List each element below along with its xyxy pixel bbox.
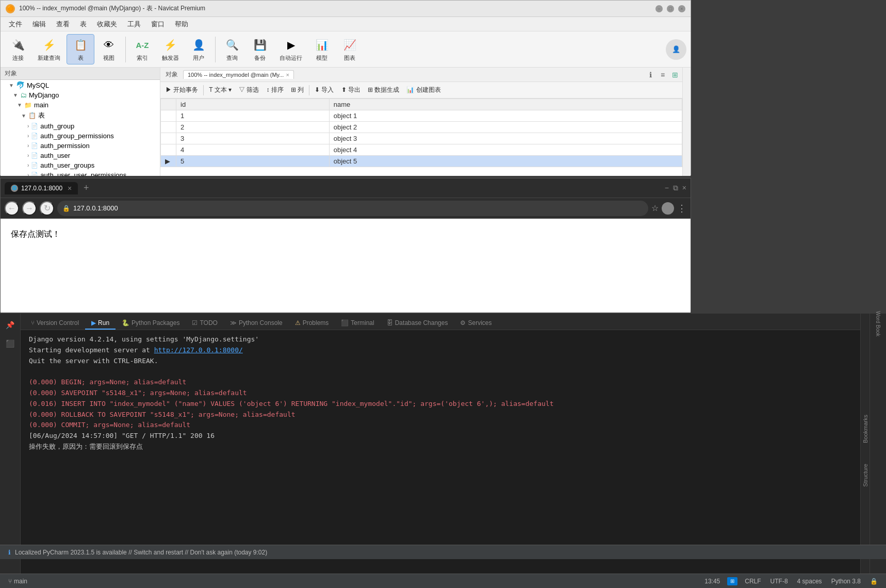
menu-favorites[interactable]: 收藏夹 <box>93 19 121 30</box>
pycharm-tab-python-packages[interactable]: 🐍 Python Packages <box>116 317 186 330</box>
notification-text: Localized PyCharm 2023.1.5 is available … <box>15 549 267 556</box>
sidebar-item-auth-user[interactable]: › 📄 auth_user <box>1 151 160 160</box>
browser-tab-close-btn[interactable]: × <box>68 184 72 192</box>
pycharm-tab-problems[interactable]: ⚠ Problems <box>289 317 335 330</box>
new-query-label: 新建查询 <box>38 54 60 62</box>
browser-back-btn[interactable]: ← <box>5 201 19 216</box>
pycharm-tab-bar: ⑂ Version Control ▶ Run 🐍 Python Package… <box>21 314 860 330</box>
menu-tools[interactable]: 工具 <box>123 19 145 30</box>
browser-menu-icon[interactable]: ⋮ <box>677 203 686 214</box>
pycharm-tab-services[interactable]: ⚙ Services <box>454 317 498 330</box>
toolbar-table[interactable]: 📋 表 <box>67 34 94 64</box>
navicat-content: 对象 ▼ 🐬 MySQL ▼ 🗂 MyDjango ▼ 📁 main ▼ <box>1 68 691 176</box>
import-btn[interactable]: ⬇ 导入 <box>311 85 337 95</box>
pycharm-tab-database-changes[interactable]: 🗄 Database Changes <box>381 317 454 330</box>
menu-edit[interactable]: 编辑 <box>28 19 50 30</box>
status-encoding[interactable]: UTF-8 <box>766 577 792 586</box>
browser-restore-btn[interactable]: ⧉ <box>673 184 678 192</box>
menu-help[interactable]: 帮助 <box>171 19 192 30</box>
toolbar-view[interactable]: 👁 视图 <box>95 35 122 64</box>
problems-label: Problems <box>303 319 329 326</box>
sidebar-item-tables-folder[interactable]: ▼ 📋 表 <box>1 110 160 121</box>
data-gen-btn[interactable]: ⊞ 数据生成 <box>365 85 402 95</box>
toolbar-backup[interactable]: 💾 备份 <box>247 35 273 64</box>
pycharm-tab-run[interactable]: ▶ Run <box>85 317 116 330</box>
restore-button[interactable]: □ <box>667 5 674 12</box>
browser-refresh-btn[interactable]: ↻ <box>40 201 54 216</box>
pycharm-stop-icon[interactable]: ⬛ <box>3 336 18 351</box>
toolbar-separator-2 <box>215 37 216 62</box>
toolbar-connect[interactable]: 🔌 连接 <box>5 35 31 64</box>
toolbar-chart[interactable]: 📈 图表 <box>336 35 363 64</box>
bookmark-star-icon[interactable]: ☆ <box>651 203 659 213</box>
menu-file[interactable]: 文件 <box>5 19 26 30</box>
toolbar-user[interactable]: 👤 用户 <box>185 35 212 64</box>
terminal-server-start-text: Starting development server at <box>29 346 154 354</box>
pycharm-tab-terminal[interactable]: ⬛ Terminal <box>335 317 380 330</box>
sidebar-item-auth-group[interactable]: › 📄 auth_group <box>1 121 160 131</box>
grid-icon[interactable]: ⊞ <box>670 70 680 80</box>
table-row[interactable]: 2 object 2 <box>161 122 682 133</box>
browser-forward-btn[interactable]: → <box>22 201 37 216</box>
table-tab[interactable]: 100% -- index_mymodel @main (My... × <box>183 70 294 79</box>
row-name-selected: object 5 <box>329 156 682 167</box>
toolbar-trigger[interactable]: ⚡ 触发器 <box>157 35 184 64</box>
close-button[interactable]: × <box>678 5 685 12</box>
sidebar-item-auth-group-perm[interactable]: › 📄 auth_group_permissions <box>1 131 160 141</box>
status-indent[interactable]: 4 spaces <box>793 577 826 586</box>
toolbar-new-query[interactable]: ⚡ 新建查询 <box>32 35 65 64</box>
text-btn[interactable]: T 文本 ▾ <box>206 85 235 95</box>
browser-profile-icon[interactable] <box>662 202 674 215</box>
status-line-ending[interactable]: CRLF <box>741 577 765 586</box>
sidebar-item-auth-user-user-perm[interactable]: › 📄 auth_user_user_permissions <box>1 170 160 176</box>
address-bar[interactable]: 🔒 127.0.0.1:8000 <box>57 201 648 216</box>
browser-content: 保存点测试！ <box>1 219 691 313</box>
pycharm-tab-python-console[interactable]: ≫ Python Console <box>224 317 289 330</box>
browser-active-tab[interactable]: 🌐 127.0.0.1:8000 × <box>5 182 78 194</box>
create-chart-btn[interactable]: 📊 创建图表 <box>403 85 444 95</box>
info-icon[interactable]: ℹ <box>645 70 655 80</box>
filter-btn[interactable]: ▽ 筛选 <box>236 85 262 95</box>
menu-view[interactable]: 查看 <box>52 19 74 30</box>
terminal-server-link[interactable]: http://127.0.0.1:8000/ <box>154 346 243 354</box>
minimize-button[interactable]: − <box>655 5 663 12</box>
bookmarks-label[interactable]: Bookmarks <box>862 415 868 443</box>
menu-window[interactable]: 窗口 <box>147 19 169 30</box>
toolbar: 🔌 连接 ⚡ 新建查询 📋 表 👁 视图 A-Z 索引 ⚡ 触发器 👤 用户 <box>1 31 691 68</box>
sidebar-item-auth-permission[interactable]: › 📄 auth_permission <box>1 141 160 151</box>
trigger-icon: ⚡ <box>162 37 179 53</box>
sidebar-item-mydjango[interactable]: ▼ 🗂 MyDjango <box>1 90 160 100</box>
vertical-scrollbar[interactable] <box>682 68 691 176</box>
table-row[interactable]: 3 object 3 <box>161 133 682 144</box>
table-row[interactable]: 4 object 4 <box>161 144 682 156</box>
toolbar-model[interactable]: 📊 模型 <box>308 35 335 64</box>
toolbar-autorun[interactable]: ▶ 自动运行 <box>274 35 307 64</box>
status-language[interactable]: Python 3.8 <box>827 577 865 586</box>
status-git-icon[interactable]: ⑂ main <box>4 577 31 586</box>
sort-btn[interactable]: ↕ 排序 <box>263 85 286 95</box>
columns-btn[interactable]: ⊞ 列 <box>288 85 307 95</box>
pycharm-tab-todo[interactable]: ☑ TODO <box>186 317 223 330</box>
toolbar-query[interactable]: 🔍 查询 <box>219 35 245 64</box>
toolbar-index[interactable]: A-Z 索引 <box>129 35 156 64</box>
pycharm-tab-version-control[interactable]: ⑂ Version Control <box>25 317 85 330</box>
pycharm-pin-icon[interactable]: 📌 <box>3 318 18 332</box>
structure-label[interactable]: Structure <box>862 464 868 487</box>
browser-close-btn[interactable]: × <box>682 184 686 192</box>
browser-minimize-btn[interactable]: − <box>665 184 669 192</box>
query-icon: 🔍 <box>224 37 240 53</box>
sidebar-item-main[interactable]: ▼ 📁 main <box>1 100 160 110</box>
tab-close-btn[interactable]: × <box>286 72 289 78</box>
new-tab-button[interactable]: + <box>80 182 92 194</box>
row-arrow <box>161 110 176 122</box>
menu-table[interactable]: 表 <box>76 19 91 30</box>
word-book-icon[interactable]: Word Book <box>872 318 884 330</box>
sidebar-item-mysql[interactable]: ▼ 🐬 MySQL <box>1 80 160 90</box>
sidebar-item-auth-user-groups[interactable]: › 📄 auth_user_groups <box>1 160 160 170</box>
user-icon: 👤 <box>190 37 207 53</box>
table-row-selected[interactable]: ▶ 5 object 5 <box>161 156 682 167</box>
start-transaction-btn[interactable]: ▶ 开始事务 <box>162 85 201 95</box>
export-btn[interactable]: ⬆ 导出 <box>338 85 364 95</box>
list-icon[interactable]: ≡ <box>658 70 668 80</box>
table-row[interactable]: 1 object 1 <box>161 110 682 122</box>
